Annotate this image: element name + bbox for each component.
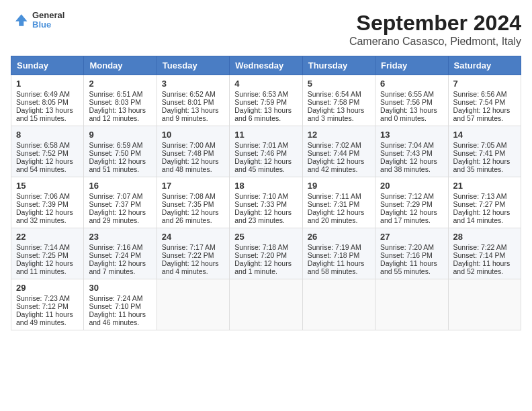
calendar-cell: 26Sunrise: 7:19 AMSunset: 7:18 PMDayligh… bbox=[302, 228, 375, 279]
day-number: 16 bbox=[89, 181, 151, 191]
day-info-line: and 29 minutes. bbox=[89, 216, 151, 224]
calendar-cell bbox=[302, 279, 375, 330]
day-number: 10 bbox=[162, 130, 224, 140]
calendar-cell: 23Sunrise: 7:16 AMSunset: 7:24 PMDayligh… bbox=[84, 228, 157, 279]
title-area: September 2024 Camerano Casasco, Piedmon… bbox=[349, 11, 521, 48]
day-info-line: and 51 minutes. bbox=[89, 165, 151, 173]
day-info-line: Sunrise: 7:10 AM bbox=[234, 192, 297, 200]
calendar-cell: 17Sunrise: 7:08 AMSunset: 7:35 PMDayligh… bbox=[157, 177, 229, 228]
day-info-line: Sunset: 7:12 PM bbox=[16, 302, 79, 310]
day-info-line: Sunset: 7:44 PM bbox=[308, 149, 370, 157]
day-number: 15 bbox=[16, 181, 79, 191]
day-info-line: Daylight: 12 hours bbox=[308, 157, 370, 165]
day-info-line: Sunrise: 7:19 AM bbox=[308, 243, 370, 251]
day-info-line: Sunset: 7:20 PM bbox=[234, 251, 297, 259]
day-info-line: Sunset: 8:05 PM bbox=[16, 98, 79, 106]
logo-line1: General bbox=[32, 11, 64, 20]
day-info-line: Sunrise: 7:20 AM bbox=[380, 243, 443, 251]
day-info-line: and 54 minutes. bbox=[16, 165, 79, 173]
calendar-cell: 24Sunrise: 7:17 AMSunset: 7:22 PMDayligh… bbox=[157, 228, 229, 279]
day-info-line: Sunrise: 6:56 AM bbox=[453, 90, 516, 98]
day-info-line: Daylight: 13 hours bbox=[380, 106, 443, 114]
day-info-line: and 46 minutes. bbox=[89, 318, 151, 326]
day-info-line: Sunset: 7:37 PM bbox=[89, 200, 151, 208]
day-number: 28 bbox=[453, 232, 516, 242]
calendar-week-5: 29Sunrise: 7:23 AMSunset: 7:12 PMDayligh… bbox=[11, 279, 521, 330]
day-info-line: and 20 minutes. bbox=[308, 216, 370, 224]
logo-line2: Blue bbox=[32, 20, 64, 30]
day-info-line: and 23 minutes. bbox=[234, 216, 297, 224]
day-info-line: and 32 minutes. bbox=[16, 216, 79, 224]
logo: General Blue bbox=[11, 11, 64, 30]
calendar-cell bbox=[230, 279, 302, 330]
calendar-cell: 11Sunrise: 7:01 AMSunset: 7:46 PMDayligh… bbox=[230, 126, 302, 177]
day-number: 19 bbox=[308, 181, 370, 191]
calendar-title: September 2024 bbox=[349, 11, 521, 36]
day-info-line: and 48 minutes. bbox=[162, 165, 224, 173]
logo-text: General Blue bbox=[32, 11, 64, 30]
weekday-monday: Monday bbox=[84, 56, 157, 75]
day-number: 9 bbox=[89, 130, 151, 140]
calendar-cell: 30Sunrise: 7:24 AMSunset: 7:10 PMDayligh… bbox=[84, 279, 157, 330]
weekday-thursday: Thursday bbox=[302, 56, 375, 75]
day-info-line: Sunset: 8:01 PM bbox=[162, 98, 224, 106]
day-info-line: Sunset: 7:10 PM bbox=[89, 302, 151, 310]
day-info-line: Sunset: 7:16 PM bbox=[380, 251, 443, 259]
day-number: 23 bbox=[89, 232, 151, 242]
weekday-tuesday: Tuesday bbox=[157, 56, 229, 75]
calendar-cell: 21Sunrise: 7:13 AMSunset: 7:27 PMDayligh… bbox=[448, 177, 521, 228]
day-info-line: Sunrise: 7:07 AM bbox=[89, 192, 151, 200]
day-info-line: Sunset: 7:59 PM bbox=[234, 98, 297, 106]
day-number: 21 bbox=[453, 181, 516, 191]
calendar-cell: 1Sunrise: 6:49 AMSunset: 8:05 PMDaylight… bbox=[11, 75, 84, 126]
day-number: 2 bbox=[89, 79, 151, 89]
day-info-line: Daylight: 12 hours bbox=[234, 259, 297, 267]
calendar-cell: 13Sunrise: 7:04 AMSunset: 7:43 PMDayligh… bbox=[375, 126, 448, 177]
day-info-line: Sunset: 7:48 PM bbox=[162, 149, 224, 157]
calendar-week-2: 8Sunrise: 6:58 AMSunset: 7:52 PMDaylight… bbox=[11, 126, 521, 177]
day-info-line: Daylight: 12 hours bbox=[453, 157, 516, 165]
day-number: 14 bbox=[453, 130, 516, 140]
day-info-line: Sunset: 7:29 PM bbox=[380, 200, 443, 208]
day-info-line: Daylight: 13 hours bbox=[89, 106, 151, 114]
weekday-saturday: Saturday bbox=[448, 56, 521, 75]
day-info-line: Daylight: 13 hours bbox=[308, 106, 370, 114]
day-info-line: and 45 minutes. bbox=[234, 165, 297, 173]
day-info-line: and 6 minutes. bbox=[234, 114, 297, 122]
calendar-cell: 2Sunrise: 6:51 AMSunset: 8:03 PMDaylight… bbox=[84, 75, 157, 126]
day-number: 26 bbox=[308, 232, 370, 242]
weekday-sunday: Sunday bbox=[11, 56, 84, 75]
day-info-line: Sunset: 7:58 PM bbox=[308, 98, 370, 106]
day-info-line: and 15 minutes. bbox=[16, 114, 79, 122]
day-info-line: and 52 minutes. bbox=[453, 267, 516, 275]
day-info-line: Sunrise: 7:06 AM bbox=[16, 192, 79, 200]
calendar-week-1: 1Sunrise: 6:49 AMSunset: 8:05 PMDaylight… bbox=[11, 75, 521, 126]
day-info-line: Sunset: 7:46 PM bbox=[234, 149, 297, 157]
day-number: 24 bbox=[162, 232, 224, 242]
day-info-line: and 17 minutes. bbox=[380, 216, 443, 224]
day-info-line: Sunset: 7:18 PM bbox=[308, 251, 370, 259]
day-info-line: Sunset: 7:41 PM bbox=[453, 149, 516, 157]
day-number: 7 bbox=[453, 79, 516, 89]
day-info-line: Sunset: 7:54 PM bbox=[453, 98, 516, 106]
day-number: 8 bbox=[16, 130, 79, 140]
day-info-line: Daylight: 12 hours bbox=[16, 259, 79, 267]
day-number: 25 bbox=[234, 232, 297, 242]
day-number: 27 bbox=[380, 232, 443, 242]
day-number: 20 bbox=[380, 181, 443, 191]
day-info-line: Daylight: 12 hours bbox=[89, 157, 151, 165]
calendar-cell: 12Sunrise: 7:02 AMSunset: 7:44 PMDayligh… bbox=[302, 126, 375, 177]
day-info-line: and 26 minutes. bbox=[162, 216, 224, 224]
day-info-line: and 3 minutes. bbox=[308, 114, 370, 122]
day-info-line: Sunrise: 6:49 AM bbox=[16, 90, 79, 98]
day-info-line: Sunrise: 6:51 AM bbox=[89, 90, 151, 98]
day-info-line: Sunset: 7:24 PM bbox=[89, 251, 151, 259]
day-number: 3 bbox=[162, 79, 224, 89]
day-info-line: Daylight: 11 hours bbox=[16, 310, 79, 318]
day-number: 17 bbox=[162, 181, 224, 191]
calendar-cell: 4Sunrise: 6:53 AMSunset: 7:59 PMDaylight… bbox=[230, 75, 302, 126]
day-number: 13 bbox=[380, 130, 443, 140]
calendar-cell: 28Sunrise: 7:22 AMSunset: 7:14 PMDayligh… bbox=[448, 228, 521, 279]
day-info-line: Sunrise: 7:13 AM bbox=[453, 192, 516, 200]
day-info-line: and 1 minute. bbox=[234, 267, 297, 275]
